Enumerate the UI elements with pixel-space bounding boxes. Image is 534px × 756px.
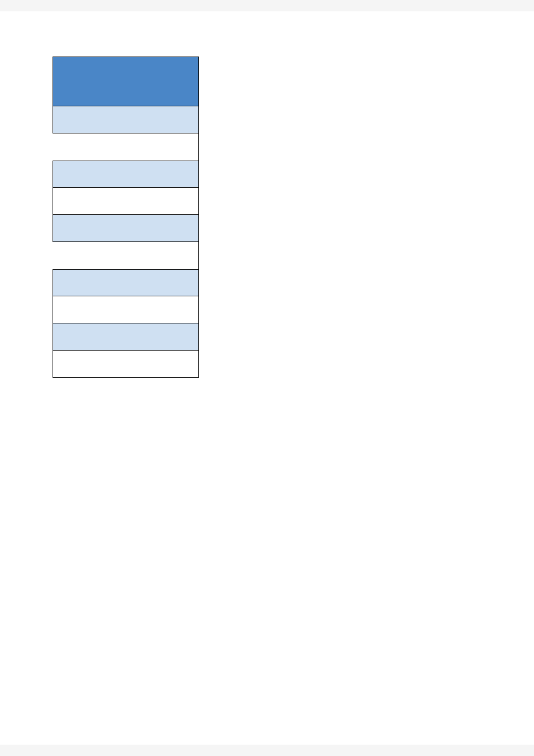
document-page <box>0 11 534 745</box>
table-row-spacer <box>53 242 199 269</box>
table-row <box>53 323 199 351</box>
table-row <box>53 188 199 215</box>
table-row <box>53 215 199 242</box>
table-row-spacer <box>53 133 199 161</box>
table-header-row <box>53 57 199 106</box>
table-row <box>53 351 199 378</box>
table <box>53 57 199 378</box>
table-row <box>53 161 199 188</box>
table-row <box>53 296 199 323</box>
table-row <box>53 106 199 133</box>
table-row <box>53 269 199 296</box>
